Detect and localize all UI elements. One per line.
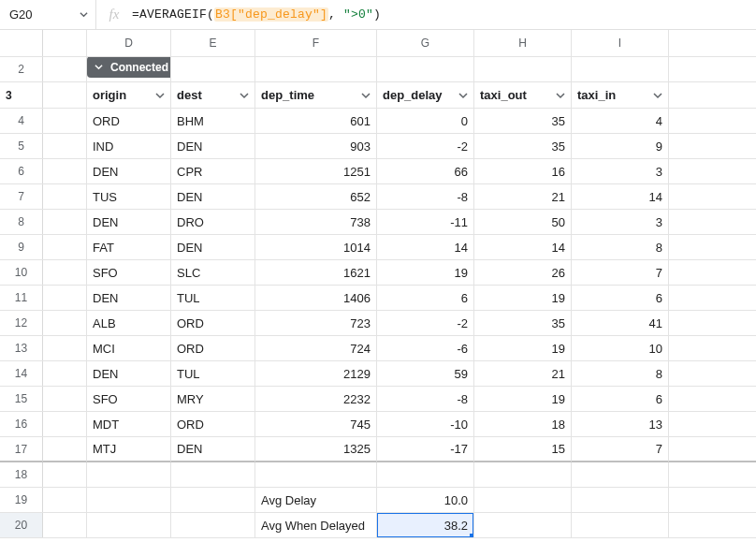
cell[interactable]: 19 — [377, 260, 474, 285]
column-header[interactable]: G — [377, 30, 474, 56]
cell[interactable] — [43, 184, 87, 209]
spreadsheet-grid[interactable]: D E F G H I 2 Connected table 7,213,446 … — [0, 30, 756, 557]
row-header[interactable]: 8 — [0, 210, 43, 234]
row-header[interactable]: 19 — [0, 488, 43, 512]
row-header[interactable]: 17 — [0, 437, 43, 462]
cell[interactable]: 9 — [572, 134, 669, 158]
cell[interactable] — [43, 286, 87, 310]
cell[interactable] — [377, 462, 474, 487]
row-header[interactable]: 20 — [0, 513, 43, 537]
cell[interactable] — [43, 387, 87, 411]
cell[interactable] — [43, 412, 87, 436]
cell[interactable]: CPR — [171, 159, 255, 183]
chevron-down-icon[interactable] — [556, 91, 565, 100]
column-header-dep-delay[interactable]: dep_delay — [377, 82, 474, 108]
cell[interactable]: DEN — [171, 235, 255, 259]
cell[interactable] — [377, 57, 474, 81]
column-header[interactable]: D — [87, 30, 171, 56]
cell[interactable]: SFO — [87, 387, 171, 411]
cell[interactable]: FAT — [87, 235, 171, 259]
cell[interactable]: 652 — [255, 184, 377, 209]
cell[interactable] — [474, 57, 572, 81]
cell[interactable]: ALB — [87, 311, 171, 335]
cell[interactable]: DEN — [87, 286, 171, 310]
cell[interactable]: 3 — [572, 159, 669, 183]
select-all-corner[interactable] — [0, 30, 43, 56]
cell[interactable]: 6 — [572, 387, 669, 411]
cell[interactable]: 19 — [474, 286, 572, 310]
row-header[interactable]: 18 — [0, 462, 43, 487]
cell[interactable]: 723 — [255, 311, 377, 335]
cell[interactable]: 50 — [474, 210, 572, 234]
cell[interactable]: TUL — [171, 286, 255, 310]
chevron-down-icon[interactable] — [653, 91, 662, 100]
cell[interactable]: ORD — [171, 311, 255, 335]
cell[interactable]: DEN — [171, 184, 255, 209]
cell[interactable]: MDT — [87, 412, 171, 436]
row-header[interactable]: 15 — [0, 387, 43, 411]
cell[interactable] — [43, 336, 87, 360]
formula-input[interactable]: =AVERAGEIF(B3["dep_delay"], ">0") — [132, 7, 756, 22]
row-header[interactable]: 10 — [0, 260, 43, 285]
row-header[interactable]: 12 — [0, 311, 43, 335]
cell[interactable]: 8 — [572, 235, 669, 259]
cell[interactable]: ORD — [171, 336, 255, 360]
cell[interactable]: Connected table 7,213,446 rows — [87, 57, 171, 81]
cell[interactable]: 14 — [377, 235, 474, 259]
cell[interactable]: -8 — [377, 387, 474, 411]
cell[interactable]: 7 — [572, 260, 669, 285]
cell[interactable]: 0 — [377, 109, 474, 133]
cell[interactable]: 601 — [255, 109, 377, 133]
row-header[interactable]: 16 — [0, 412, 43, 436]
cell[interactable]: 35 — [474, 311, 572, 335]
cell[interactable] — [43, 437, 87, 462]
column-header-taxi-in[interactable]: taxi_in — [572, 82, 669, 108]
cell[interactable]: 6 — [377, 286, 474, 310]
cell[interactable]: 7 — [572, 437, 669, 462]
cell[interactable]: 738 — [255, 210, 377, 234]
cell[interactable]: DEN — [87, 361, 171, 386]
chevron-down-icon[interactable] — [361, 91, 371, 100]
cell[interactable] — [255, 57, 377, 81]
cell[interactable] — [171, 488, 255, 512]
column-header-dest[interactable]: dest — [171, 82, 255, 108]
cell[interactable]: DEN — [171, 437, 255, 462]
cell[interactable]: SLC — [171, 260, 255, 285]
cell[interactable]: MTJ — [87, 437, 171, 462]
cell[interactable]: 4 — [572, 109, 669, 133]
cell[interactable]: DEN — [87, 210, 171, 234]
cell[interactable]: -6 — [377, 336, 474, 360]
cell-avg-when-delayed-label[interactable]: Avg When Delayed — [255, 513, 377, 537]
cell[interactable] — [43, 235, 87, 259]
cell[interactable] — [474, 488, 572, 512]
cell[interactable]: 19 — [474, 336, 572, 360]
cell[interactable]: 14 — [474, 235, 572, 259]
cell[interactable] — [43, 82, 87, 108]
connected-table-banner[interactable]: Connected table 7,213,446 rows — [87, 57, 171, 78]
cell[interactable] — [43, 109, 87, 133]
cell[interactable] — [474, 513, 572, 537]
cell[interactable]: 1014 — [255, 235, 377, 259]
cell[interactable] — [43, 260, 87, 285]
cell[interactable]: -11 — [377, 210, 474, 234]
cell[interactable]: MCI — [87, 336, 171, 360]
cell[interactable]: DRO — [171, 210, 255, 234]
name-box[interactable]: G20 — [0, 0, 95, 29]
cell[interactable] — [87, 462, 171, 487]
cell[interactable] — [474, 462, 572, 487]
row-header[interactable]: 14 — [0, 361, 43, 386]
row-header[interactable]: 3 — [0, 82, 43, 108]
row-header[interactable]: 6 — [0, 159, 43, 183]
cell[interactable] — [43, 57, 87, 81]
cell[interactable]: 16 — [474, 159, 572, 183]
cell[interactable] — [171, 462, 255, 487]
column-header-dep-time[interactable]: dep_time — [255, 82, 377, 108]
cell[interactable] — [43, 513, 87, 537]
cell[interactable]: -2 — [377, 311, 474, 335]
cell[interactable]: MRY — [171, 387, 255, 411]
cell[interactable]: TUL — [171, 361, 255, 386]
cell-avg-delay-value[interactable]: 10.0 — [377, 488, 474, 512]
cell[interactable] — [87, 488, 171, 512]
cell[interactable] — [43, 311, 87, 335]
cell[interactable] — [43, 210, 87, 234]
